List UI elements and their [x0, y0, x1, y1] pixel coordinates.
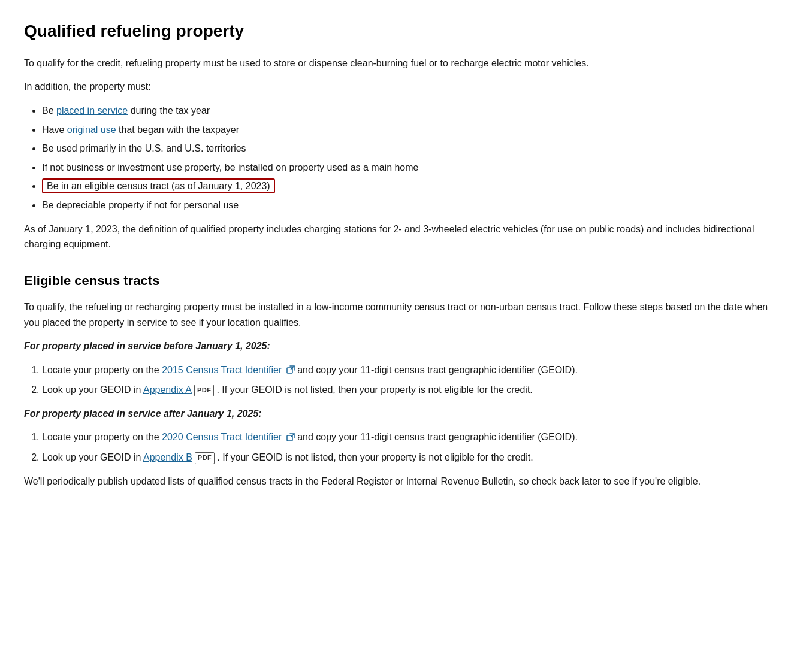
january-paragraph: As of January 1, 2023, the definition of… — [24, 222, 773, 252]
after-step-1: Locate your property on the 2020 Census … — [42, 429, 773, 445]
before-step-2-after: . If your GEOID is not listed, then your… — [216, 385, 532, 395]
after-steps-list: Locate your property on the 2020 Census … — [24, 429, 773, 465]
before-steps-list: Locate your property on the 2015 Census … — [24, 362, 773, 398]
before-step-2-before: Look up your GEOID in — [42, 385, 143, 395]
pdf-badge-b: PDF — [195, 452, 215, 464]
appendix-b-link[interactable]: Appendix B — [143, 452, 192, 462]
census-2020-link[interactable]: 2020 Census Tract Identifier — [162, 432, 295, 442]
after-step-1-after: and copy your 11-digit census tract geog… — [295, 432, 578, 442]
appendix-a-link[interactable]: Appendix A — [143, 385, 192, 395]
before-heading-text: For property placed in service before Ja… — [24, 341, 270, 351]
section2-heading: Eligible census tracts — [24, 270, 773, 291]
census-2015-link[interactable]: 2015 Census Tract Identifier — [162, 365, 295, 375]
external-link-icon — [286, 365, 295, 374]
bullet-1-before: Be — [42, 105, 56, 116]
section2-intro: To qualify, the refueling or recharging … — [24, 299, 773, 330]
bullet-2-before: Have — [42, 125, 67, 135]
after-step-2-before: Look up your GEOID in — [42, 452, 143, 462]
bullet-2-after: that began with the taxpayer — [116, 125, 239, 135]
page-title: Qualified refueling property — [24, 18, 773, 45]
before-step-1-before: Locate your property on the — [42, 365, 162, 375]
external-link-icon-2 — [286, 433, 295, 441]
requirements-list: Be placed in service during the tax year… — [24, 103, 773, 213]
before-heading: For property placed in service before Ja… — [24, 338, 773, 354]
intro-paragraph-1: To qualify for the credit, refueling pro… — [24, 56, 773, 71]
after-step-2: Look up your GEOID in Appendix BPDF. If … — [42, 450, 773, 465]
before-step-1: Locate your property on the 2015 Census … — [42, 362, 773, 378]
after-step-1-before: Locate your property on the — [42, 432, 162, 442]
before-step-2: Look up your GEOID in Appendix APDF. If … — [42, 382, 773, 398]
list-item: Be used primarily in the U.S. and U.S. t… — [42, 141, 773, 156]
bullet-3-text: Be used primarily in the U.S. and U.S. t… — [42, 143, 246, 153]
after-step-2-after: . If your GEOID is not listed, then your… — [217, 452, 533, 462]
list-item: Be placed in service during the tax year — [42, 103, 773, 119]
footer-paragraph: We'll periodically publish updated lists… — [24, 474, 773, 489]
list-item: Have original use that began with the ta… — [42, 122, 773, 138]
list-item: If not business or investment use proper… — [42, 160, 773, 175]
after-heading: For property placed in service after Jan… — [24, 406, 773, 422]
pdf-badge-a: PDF — [194, 385, 215, 396]
before-step-1-after: and copy your 11-digit census tract geog… — [295, 365, 578, 375]
bullet-4-text: If not business or investment use proper… — [42, 162, 419, 172]
highlighted-census-tract: Be in an eligible census tract (as of Ja… — [42, 178, 275, 193]
bullet-6-text: Be depreciable property if not for perso… — [42, 200, 239, 210]
original-use-link[interactable]: original use — [67, 125, 116, 135]
list-item: Be depreciable property if not for perso… — [42, 198, 773, 213]
bullet-1-after: during the tax year — [128, 105, 210, 116]
intro-paragraph-2: In addition, the property must: — [24, 79, 773, 95]
after-heading-text: For property placed in service after Jan… — [24, 408, 262, 419]
placed-in-service-link[interactable]: placed in service — [56, 105, 128, 116]
list-item-highlighted: Be in an eligible census tract (as of Ja… — [42, 178, 773, 194]
